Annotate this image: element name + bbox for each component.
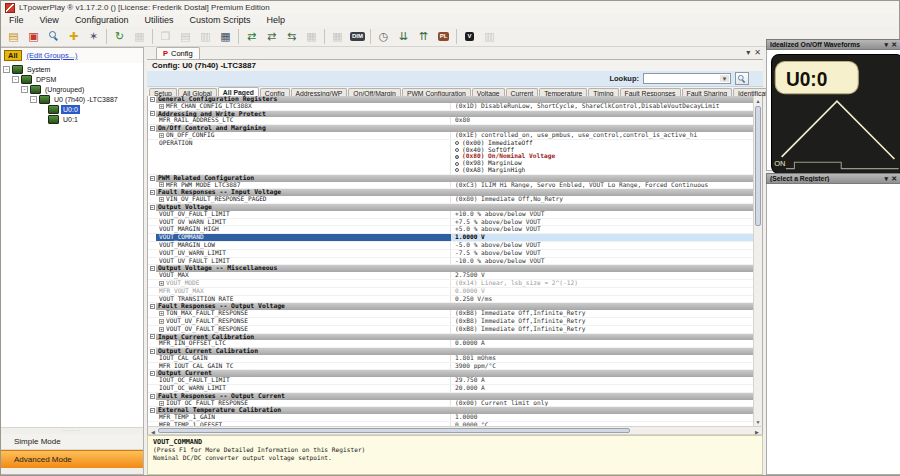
- expand-icon[interactable]: +: [159, 281, 164, 286]
- tree-item-system[interactable]: -System: [1, 64, 143, 74]
- vertex-icon[interactable]: V: [460, 27, 479, 45]
- lookup-combobox[interactable]: ▼: [643, 73, 731, 84]
- pin-icon[interactable]: ▾: [885, 175, 889, 183]
- radio-icon[interactable]: [455, 162, 459, 166]
- collapse-icon[interactable]: -: [150, 190, 155, 195]
- section-row-general-configuration-registers[interactable]: -General Configuration Registers: [148, 96, 753, 103]
- simple-mode-button[interactable]: Simple Mode: [1, 434, 143, 450]
- config-document-tab[interactable]: P Config: [156, 47, 200, 59]
- close-icon[interactable]: ✕: [891, 41, 897, 49]
- lookup-search-button[interactable]: [735, 72, 749, 85]
- horizontal-scroll-thumb[interactable]: [158, 428, 630, 433]
- expand-icon[interactable]: +: [159, 327, 164, 332]
- menu-configuration[interactable]: Configuration: [67, 14, 137, 26]
- expand-icon[interactable]: +: [159, 197, 164, 202]
- refresh-all-icon[interactable]: ↻: [110, 27, 129, 45]
- section-row-on-off-control-and-margining[interactable]: -On/Off Control and Margining: [148, 125, 753, 132]
- collapse-icon[interactable]: -: [150, 266, 155, 271]
- section-row-output-voltage[interactable]: -Output Voltage: [148, 204, 753, 211]
- register-panel-header[interactable]: (Select a Register) ▾ ✕: [766, 173, 900, 184]
- register-row-vout-uv-fault-response[interactable]: +VOUT_UV_FAULT_RESPONSE(0xB8) Immediate …: [148, 318, 753, 326]
- radio-icon[interactable]: [455, 155, 459, 159]
- menu-utilities[interactable]: Utilities: [136, 14, 181, 26]
- store-ram-to-nvm-icon[interactable]: ⇊: [394, 27, 413, 45]
- verify-data-icon[interactable]: ▦: [216, 27, 235, 45]
- save-icon[interactable]: ▣: [24, 27, 43, 45]
- collapse-icon[interactable]: -: [150, 111, 155, 116]
- tree-item-u0-1[interactable]: U0:1: [1, 114, 143, 124]
- radio-icon[interactable]: [455, 168, 459, 172]
- section-row-fault-responses-output-current[interactable]: -Fault Responses -- Output Current: [148, 393, 753, 400]
- section-row-pwm-related-configuration[interactable]: -PWM Related Configuration: [148, 175, 753, 182]
- register-row-iout-cal-gain[interactable]: IOUT_CAL_GAIN1.801 mOhms: [148, 355, 753, 363]
- menu-file[interactable]: File: [1, 14, 32, 26]
- group-all-badge[interactable]: All: [4, 50, 22, 61]
- restore-nvm-to-ram-icon[interactable]: ⇈: [414, 27, 433, 45]
- expand-icon[interactable]: +: [159, 401, 164, 406]
- scroll-up-icon[interactable]: ▲: [754, 96, 762, 105]
- menu-view[interactable]: View: [32, 14, 67, 26]
- tree-item-u0-0[interactable]: U0:0: [1, 104, 143, 114]
- register-row-vout-uv-warn-limit[interactable]: VOUT_UV_WARN_LIMIT-7.5 % above/below VOU…: [148, 250, 753, 258]
- waveform-panel-header[interactable]: Idealized On/Off Waveforms ▾ ✕: [766, 39, 900, 50]
- dim-icon[interactable]: DIM: [348, 27, 367, 45]
- section-row-addressing-and-write-protect[interactable]: -Addressing and Write Protect: [148, 111, 753, 118]
- menu-custom-scripts[interactable]: Custom Scripts: [181, 14, 258, 26]
- collapse-icon[interactable]: -: [150, 349, 155, 354]
- register-row-mfr-temp-1-gain[interactable]: MFR_TEMP_1_GAIN1.0000: [148, 414, 753, 422]
- register-row-vout-max[interactable]: VOUT_MAX2.7500 V: [148, 272, 753, 280]
- register-row-on-off-config[interactable]: +ON_OFF_CONFIG(0x1E) controlled_on, use_…: [148, 132, 753, 140]
- collapse-icon[interactable]: -: [150, 304, 155, 309]
- register-row-iout-oc-fault-limit[interactable]: IOUT_OC_FAULT_LIMIT29.750 A: [148, 377, 753, 385]
- find-icon[interactable]: [44, 27, 63, 45]
- close-icon[interactable]: ✕: [891, 175, 897, 183]
- sidebar-splitter[interactable]: ······: [1, 427, 143, 434]
- section-row-fault-responses-output-voltage[interactable]: -Fault Responses -- Output Voltage: [148, 303, 753, 310]
- register-row-mfr-vout-max[interactable]: MFR_VOUT_MAX0.0000 V: [148, 288, 753, 296]
- register-row-operation[interactable]: OPERATION(0x00) ImmediateOff(0x40) SoftO…: [148, 140, 753, 175]
- tree-item-dpsm[interactable]: -DPSM: [1, 74, 143, 84]
- collapse-icon[interactable]: -: [150, 126, 155, 131]
- radio-icon[interactable]: [455, 141, 459, 145]
- collapse-icon[interactable]: -: [150, 176, 155, 181]
- collapse-icon[interactable]: -: [150, 371, 155, 376]
- radio-icon[interactable]: [455, 148, 459, 152]
- tree-expander-icon[interactable]: -: [3, 66, 10, 73]
- tree-item-ungrouped[interactable]: -(Ungrouped): [1, 84, 143, 94]
- expand-icon[interactable]: +: [159, 311, 164, 316]
- tree-expander-icon[interactable]: -: [21, 86, 28, 93]
- section-row-fault-responses-input-voltage[interactable]: -Fault Responses -- Input Voltage: [148, 189, 753, 196]
- advanced-mode-button[interactable]: Advanced Mode: [1, 450, 143, 468]
- pin-icon[interactable]: ▾: [885, 41, 889, 49]
- register-row-vout-ov-warn-limit[interactable]: VOUT_OV_WARN_LIMIT+7.5 % above/below VOU…: [148, 219, 753, 227]
- expand-icon[interactable]: +: [159, 133, 164, 138]
- expand-icon[interactable]: +: [159, 182, 164, 187]
- radio-option-0xa8-marginhigh[interactable]: (0xA8) MarginHigh: [455, 167, 753, 174]
- register-row-vin-ov-fault-response-paged[interactable]: +VIN_OV_FAULT_RESPONSE_PAGED(0x80) Immed…: [148, 196, 753, 204]
- tree-expander-icon[interactable]: -: [12, 76, 19, 83]
- clock-icon[interactable]: ◷: [374, 27, 393, 45]
- close-icon[interactable]: ✕: [754, 48, 761, 57]
- edit-groups-link[interactable]: (Edit Groups...): [27, 51, 78, 60]
- collapse-icon[interactable]: -: [150, 205, 155, 210]
- vertical-scroll-thumb[interactable]: [755, 106, 761, 226]
- section-row-output-voltage-miscellaneous[interactable]: -Output Voltage -- Miscellaneous: [148, 265, 753, 272]
- register-row-vout-margin-high[interactable]: VOUT_MARGIN_HIGH+5.0 % above/below VOUT: [148, 226, 753, 234]
- tree-expander-icon[interactable]: -: [30, 96, 37, 103]
- register-row-vout-ov-fault-limit[interactable]: VOUT_OV_FAULT_LIMIT+10.0 % above/below V…: [148, 211, 753, 219]
- section-row-external-temperature-calibration[interactable]: -External Temperature Calibration: [148, 407, 753, 414]
- expand-icon[interactable]: +: [159, 319, 164, 324]
- section-row-output-current[interactable]: -Output Current: [148, 370, 753, 377]
- collapse-icon[interactable]: -: [150, 394, 155, 399]
- section-row-output-current-calibration[interactable]: -Output Current Calibration: [148, 348, 753, 355]
- pl-icon[interactable]: PL: [434, 27, 453, 45]
- pc-to-ram-icon[interactable]: ⇄: [242, 27, 261, 45]
- register-row-ton-max-fault-response[interactable]: +TON_MAX_FAULT_RESPONSE(0xB8) Immediate …: [148, 310, 753, 318]
- open-file-icon[interactable]: ▤: [4, 27, 23, 45]
- collapse-icon[interactable]: -: [150, 97, 155, 102]
- pc-to-nvm-icon[interactable]: ⇄: [262, 27, 281, 45]
- menu-help[interactable]: Help: [258, 14, 293, 26]
- register-row-vout-mode[interactable]: +VOUT_MODE(0x14) Linear, lsb_size = 2^(-…: [148, 280, 753, 288]
- register-row-vout-margin-low[interactable]: VOUT_MARGIN_LOW-5.0 % above/below VOUT: [148, 242, 753, 250]
- chevron-down-icon[interactable]: ▼: [720, 75, 729, 82]
